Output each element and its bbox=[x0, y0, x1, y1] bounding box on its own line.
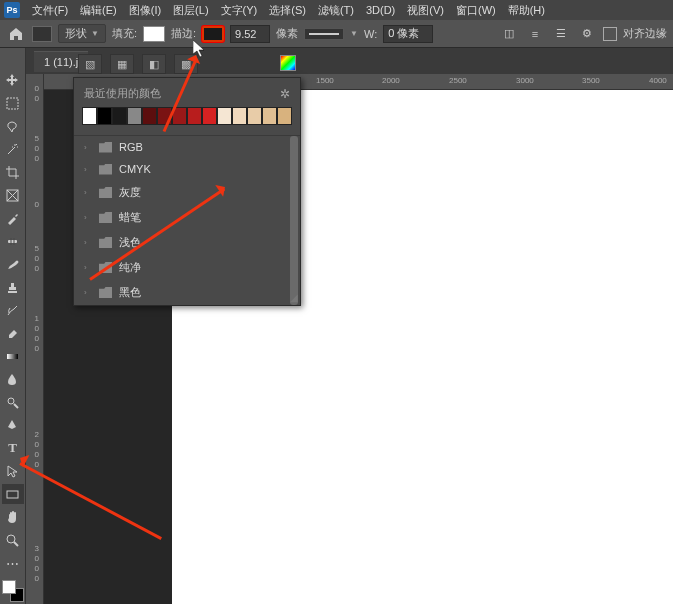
align-icon[interactable]: ≡ bbox=[525, 24, 545, 44]
marquee-tool[interactable] bbox=[2, 93, 24, 113]
menu-image[interactable]: 图像(I) bbox=[123, 1, 167, 20]
color-swatch[interactable] bbox=[82, 107, 97, 125]
edit-toolbar-button[interactable]: ⋯ bbox=[2, 553, 24, 573]
color-swatch[interactable] bbox=[142, 107, 157, 125]
color-swatch[interactable] bbox=[202, 107, 217, 125]
menu-type[interactable]: 文字(Y) bbox=[215, 1, 264, 20]
menu-file[interactable]: 文件(F) bbox=[26, 1, 74, 20]
folder-row[interactable]: ›蜡笔 bbox=[74, 205, 300, 230]
rectangle-tool[interactable] bbox=[2, 484, 24, 504]
pen-tool[interactable] bbox=[2, 415, 24, 435]
color-picker-button[interactable] bbox=[280, 55, 296, 71]
solid-fill-button[interactable]: ▦ bbox=[110, 54, 134, 74]
home-button[interactable] bbox=[6, 24, 26, 44]
color-swatch[interactable] bbox=[97, 107, 112, 125]
fill-label: 填充: bbox=[112, 26, 137, 41]
chevron-right-icon: › bbox=[84, 143, 92, 152]
folder-icon bbox=[99, 187, 112, 198]
menu-3d[interactable]: 3D(D) bbox=[360, 2, 401, 18]
path-select-tool[interactable] bbox=[2, 461, 24, 481]
lasso-tool[interactable] bbox=[2, 116, 24, 136]
fill-swatch[interactable] bbox=[143, 26, 165, 42]
menu-layer[interactable]: 图层(L) bbox=[167, 1, 214, 20]
hand-tool[interactable] bbox=[2, 507, 24, 527]
resize-handle[interactable]: ◢ bbox=[290, 292, 298, 303]
menu-help[interactable]: 帮助(H) bbox=[502, 1, 551, 20]
swatch-row bbox=[74, 107, 300, 135]
color-swatch[interactable] bbox=[247, 107, 262, 125]
dodge-tool[interactable] bbox=[2, 392, 24, 412]
width-field[interactable] bbox=[383, 25, 433, 43]
chevron-right-icon: › bbox=[84, 213, 92, 222]
menu-select[interactable]: 选择(S) bbox=[263, 1, 312, 20]
menu-filter[interactable]: 滤镜(T) bbox=[312, 1, 360, 20]
color-swatch[interactable] bbox=[262, 107, 277, 125]
svg-point-6 bbox=[7, 535, 15, 543]
menu-edit[interactable]: 编辑(E) bbox=[74, 1, 123, 20]
folder-row[interactable]: ›灰度 bbox=[74, 180, 300, 205]
gear-icon[interactable]: ⚙ bbox=[577, 24, 597, 44]
stroke-width-field[interactable] bbox=[230, 25, 270, 43]
color-swatch[interactable] bbox=[172, 107, 187, 125]
crop-tool[interactable] bbox=[2, 162, 24, 182]
no-fill-button[interactable]: ▧ bbox=[78, 54, 102, 74]
blur-tool[interactable] bbox=[2, 369, 24, 389]
chevron-down-icon: ▼ bbox=[91, 29, 99, 38]
chevron-right-icon: › bbox=[84, 263, 92, 272]
eyedropper-tool[interactable] bbox=[2, 208, 24, 228]
pattern-fill-button[interactable]: ▩ bbox=[174, 54, 198, 74]
svg-rect-0 bbox=[7, 98, 18, 109]
stroke-swatch[interactable] bbox=[202, 26, 224, 42]
folder-icon bbox=[99, 164, 112, 175]
align-edges-checkbox[interactable] bbox=[603, 27, 617, 41]
history-brush-tool[interactable] bbox=[2, 300, 24, 320]
stroke-style-select[interactable] bbox=[304, 28, 344, 40]
frame-tool[interactable] bbox=[2, 185, 24, 205]
svg-rect-5 bbox=[7, 491, 18, 498]
heal-tool[interactable] bbox=[2, 231, 24, 251]
color-swatch[interactable] bbox=[127, 107, 142, 125]
brush-tool[interactable] bbox=[2, 254, 24, 274]
stroke-label: 描边: bbox=[171, 26, 196, 41]
folder-label: 黑色 bbox=[119, 285, 141, 300]
folder-label: 纯净 bbox=[119, 260, 141, 275]
recent-colors-label: 最近使用的颜色 bbox=[84, 86, 161, 101]
svg-rect-2 bbox=[8, 240, 17, 243]
scrollbar[interactable] bbox=[290, 136, 298, 305]
tool-preset[interactable] bbox=[32, 26, 52, 42]
gradient-fill-button[interactable]: ◧ bbox=[142, 54, 166, 74]
chevron-right-icon: › bbox=[84, 288, 92, 297]
color-swatch[interactable] bbox=[157, 107, 172, 125]
color-swatch[interactable] bbox=[232, 107, 247, 125]
gear-icon[interactable]: ✲ bbox=[280, 87, 290, 101]
move-tool[interactable] bbox=[2, 70, 24, 90]
stamp-tool[interactable] bbox=[2, 277, 24, 297]
path-ops-icon[interactable]: ◫ bbox=[499, 24, 519, 44]
folder-row[interactable]: ›浅色 bbox=[74, 230, 300, 255]
folder-icon bbox=[99, 142, 112, 153]
folder-row[interactable]: ›CMYK bbox=[74, 158, 300, 180]
folder-label: 浅色 bbox=[119, 235, 141, 250]
arrange-icon[interactable]: ☰ bbox=[551, 24, 571, 44]
gradient-tool[interactable] bbox=[2, 346, 24, 366]
color-swatch[interactable] bbox=[217, 107, 232, 125]
color-swatch[interactable] bbox=[112, 107, 127, 125]
shape-mode-select[interactable]: 形状 ▼ bbox=[58, 24, 106, 43]
folder-row[interactable]: ›RGB bbox=[74, 136, 300, 158]
fill-color-popup: 最近使用的颜色 ✲ ›RGB›CMYK›灰度›蜡笔›浅色›纯净›黑色 ◢ bbox=[73, 77, 301, 306]
foreground-color[interactable] bbox=[2, 580, 16, 594]
eraser-tool[interactable] bbox=[2, 323, 24, 343]
color-swatch[interactable] bbox=[187, 107, 202, 125]
wand-tool[interactable] bbox=[2, 139, 24, 159]
folder-label: 灰度 bbox=[119, 185, 141, 200]
folder-row[interactable]: ›纯净 bbox=[74, 255, 300, 280]
type-tool[interactable]: T bbox=[2, 438, 24, 458]
fill-type-buttons: ▧ ▦ ◧ ▩ bbox=[78, 53, 198, 75]
menu-window[interactable]: 窗口(W) bbox=[450, 1, 502, 20]
color-swatches[interactable] bbox=[2, 580, 24, 602]
svg-point-4 bbox=[8, 398, 14, 404]
color-swatch[interactable] bbox=[277, 107, 292, 125]
folder-row[interactable]: ›黑色 bbox=[74, 280, 300, 305]
menu-view[interactable]: 视图(V) bbox=[401, 1, 450, 20]
zoom-tool[interactable] bbox=[2, 530, 24, 550]
